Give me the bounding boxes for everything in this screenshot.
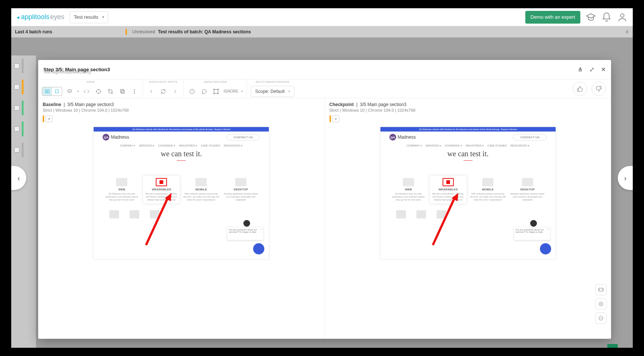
spine-item[interactable]: [11, 55, 36, 76]
not-equal-icon: ≠: [46, 115, 52, 122]
tb-group-annotations: ANNOTATIONS IGNORE ▾: [184, 79, 247, 98]
group-label: ANNOTATIONS: [204, 79, 227, 85]
not-equal-icon: ≠: [332, 115, 339, 122]
pane-meta: Strict | Windows 10 | Chrome 104.0 | 102…: [329, 108, 607, 112]
baseline-pane: Baseline | 3/5 Main page section3 Strict…: [38, 98, 325, 339]
batch-spine: [11, 55, 36, 348]
tb-group-view: VIEW ▾: [38, 79, 143, 98]
status-bar-icon: [22, 58, 24, 73]
chat-tooltip: ×Got any questions about our services? I…: [514, 227, 550, 240]
thumbs-up-button[interactable]: [573, 82, 587, 96]
diff-bar-icon: [329, 115, 331, 122]
group-label: VIEW: [86, 79, 94, 85]
pane-title: Checkpoint | 3/5 Main page section3: [329, 102, 607, 107]
diff-highlight-icon: [443, 178, 454, 186]
chat-bubble-icon: [253, 243, 264, 254]
checkpoint-pane: Checkpoint | 3/5 Main page section3 Stri…: [325, 98, 611, 339]
thumbs-down-button[interactable]: [592, 82, 606, 96]
zoom-in-icon[interactable]: [595, 298, 607, 310]
next-diff-icon[interactable]: [171, 87, 180, 96]
status-pill: [125, 29, 127, 35]
checkbox-icon[interactable]: [14, 84, 19, 90]
spine-item[interactable]: [11, 118, 36, 139]
graduation-icon[interactable]: [586, 12, 596, 22]
status-bar-icon: [22, 142, 24, 157]
ignore-label: IGNORE: [224, 89, 238, 93]
top-bar: ◂ applitools eyes Test results ▾ Demo wi…: [11, 8, 633, 26]
chevron-right-icon: ›: [624, 174, 627, 182]
share-icon[interactable]: ⋔: [578, 66, 583, 73]
refresh-icon[interactable]: [159, 87, 168, 96]
brand-logo[interactable]: ◂ applitools eyes: [16, 13, 64, 21]
more-icon[interactable]: [130, 87, 139, 96]
share-icon[interactable]: ⋔: [625, 29, 629, 34]
zoom-out-icon[interactable]: [595, 313, 607, 324]
batch-name: QA Madness sections: [204, 29, 251, 34]
svg-point-7: [134, 89, 135, 90]
dim-backdrop: Last 4 batch runs Unresolved Test result…: [11, 26, 633, 348]
scope-dropdown[interactable]: Scope: Default ▾: [251, 86, 294, 97]
compare-area: Baseline | 3/5 Main page section3 Strict…: [38, 98, 611, 339]
svg-point-8: [134, 91, 135, 92]
user-icon[interactable]: [617, 12, 628, 22]
region-icon[interactable]: [212, 87, 221, 96]
checkbox-icon[interactable]: [14, 63, 19, 69]
checkbox-icon[interactable]: [14, 126, 19, 132]
svg-point-9: [134, 93, 135, 93]
pane-meta: Strict | Windows 10 | Chrome 104.0 | 102…: [43, 108, 320, 112]
prev-diff-icon[interactable]: [147, 87, 156, 96]
chat-bubble-icon: [540, 243, 551, 254]
checkbox-icon[interactable]: [14, 147, 19, 153]
svg-line-16: [146, 196, 168, 245]
copy-icon[interactable]: [118, 87, 127, 96]
code-icon[interactable]: [82, 87, 91, 96]
svg-rect-5: [121, 90, 124, 93]
svg-rect-11: [214, 89, 218, 93]
banner-strip: QA Madness stands with Ukraine for the f…: [380, 127, 556, 132]
step-modal: Step 3/5: Main page section3 Test: login…: [38, 60, 611, 339]
zoom-controls: [595, 284, 607, 324]
contact-button: CONTACT US: [227, 134, 260, 141]
checkpoint-screenshot[interactable]: QA Madness stands with Ukraine for the f…: [380, 127, 556, 259]
chat-tooltip: ×Got any questions about our services? I…: [227, 227, 264, 240]
crop-icon[interactable]: [106, 87, 115, 96]
group-label: AUTO MAINTENANCE: [256, 79, 290, 85]
checkbox-icon[interactable]: [14, 105, 19, 111]
spine-item[interactable]: [11, 97, 36, 118]
close-icon[interactable]: ✕: [601, 66, 606, 73]
pane-title: Baseline | 3/5 Main page section3: [43, 102, 320, 107]
spine-item[interactable]: [11, 76, 36, 97]
site-logo: QAMadness: [389, 134, 416, 141]
brand-icon: ◂: [16, 14, 19, 21]
brand-text: applitools: [21, 13, 49, 21]
target-icon[interactable]: [94, 87, 103, 96]
corner-tab: [607, 344, 618, 348]
batch-runs-label: Last 4 batch runs: [15, 29, 52, 34]
side-by-side-icon[interactable]: [42, 87, 52, 96]
modal-header: Step 3/5: Main page section3 Test: login…: [38, 60, 611, 79]
banner-strip: QA Madness stands with Ukraine for the f…: [94, 127, 269, 132]
comment-icon[interactable]: [200, 87, 209, 96]
fit-icon[interactable]: [595, 284, 607, 295]
diff-indicator[interactable]: ≠: [43, 115, 320, 122]
dropdown-label: Test results: [74, 14, 98, 20]
expand-icon[interactable]: ⤢: [589, 66, 594, 73]
site-nav: COMPANY ▾SERVICES ▾COVERAGE ▾INDUSTRIES …: [380, 144, 556, 147]
layout-toggle[interactable]: [42, 87, 62, 96]
overlay-icon[interactable]: [52, 87, 62, 96]
bell-icon[interactable]: [601, 12, 612, 22]
baseline-screenshot[interactable]: QA Madness stands with Ukraine for the f…: [93, 127, 269, 259]
avatar-icon: [243, 220, 250, 227]
tb-group-auto: AUTO MAINTENANCE Scope: Default ▾: [247, 79, 298, 98]
diff-bar-icon: [43, 115, 44, 122]
issue-icon[interactable]: [188, 87, 197, 96]
chevron-left-icon: ‹: [18, 174, 20, 182]
tb-group-highlight: HIGHLIGHT DIFFS: [143, 79, 184, 98]
spine-item[interactable]: [11, 139, 36, 160]
svg-rect-2: [48, 90, 49, 93]
demo-button[interactable]: Demo with an expert: [525, 11, 580, 24]
diff-indicator[interactable]: ≠: [329, 115, 607, 122]
layers-icon[interactable]: [65, 87, 74, 96]
site-logo: QAMadness: [103, 134, 129, 141]
context-dropdown[interactable]: Test results ▾: [70, 11, 108, 23]
